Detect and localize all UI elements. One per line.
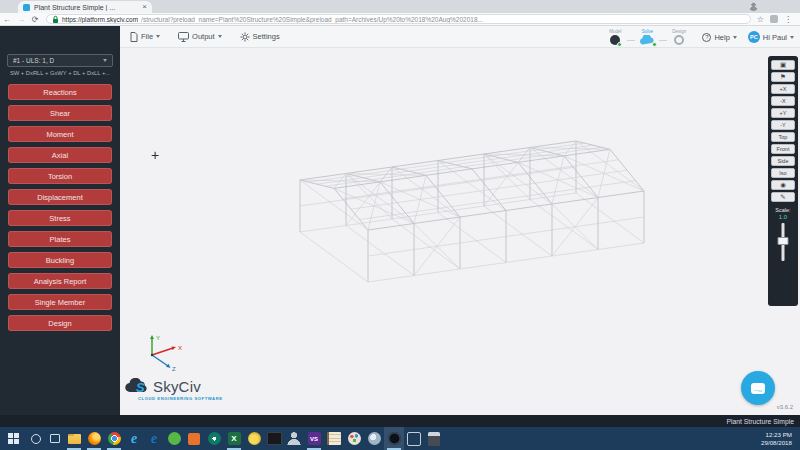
sidebar-button[interactable]: Reactions bbox=[8, 84, 112, 100]
back-icon[interactable]: ← bbox=[0, 14, 14, 25]
view-button[interactable]: -Y bbox=[771, 120, 795, 130]
taskbar-icon-cloud-app[interactable] bbox=[364, 427, 384, 450]
skyciv-favicon-icon bbox=[23, 4, 30, 11]
avatar: PC bbox=[748, 31, 760, 43]
taskbar-icon-calculator[interactable] bbox=[424, 427, 444, 450]
taskbar-icon-excel[interactable]: X bbox=[224, 427, 244, 450]
model-status[interactable]: Model bbox=[603, 29, 627, 46]
model-canvas[interactable]: + Y X Z S SkyCiv CLOUD ENGINEERING SOFTW… bbox=[120, 48, 800, 415]
view-button[interactable]: Top bbox=[771, 132, 795, 142]
sidebar-button[interactable]: Analysis Report bbox=[8, 273, 112, 289]
result-buttons: ReactionsShearMomentAxialTorsionDisplace… bbox=[8, 84, 112, 331]
taskbar-icon-firefox[interactable] bbox=[84, 427, 104, 450]
taskbar-icons: eeXVS bbox=[64, 427, 444, 450]
view-button[interactable]: +Y bbox=[771, 108, 795, 118]
forward-icon[interactable]: → bbox=[14, 14, 28, 25]
chat-bubble-icon bbox=[751, 383, 765, 394]
results-sidebar: #1 - ULS: 1, D SW + DxRLL + GxWY + DL + … bbox=[0, 26, 120, 415]
task-view-button[interactable] bbox=[46, 427, 64, 450]
task-view-icon bbox=[50, 434, 60, 443]
menu-settings[interactable]: Settings bbox=[240, 32, 280, 42]
app-footer: Plant Structure Simple bbox=[0, 415, 800, 427]
browser-toolbar: ← → ⟳ https://platform.skyciv.com/struct… bbox=[0, 13, 800, 26]
menu-output[interactable]: Output bbox=[178, 32, 222, 42]
sidebar-button[interactable]: Axial bbox=[8, 147, 112, 163]
reload-icon[interactable]: ⟳ bbox=[28, 14, 42, 25]
address-bar[interactable]: https://platform.skyciv.com/structural?p… bbox=[46, 14, 751, 24]
taskbar-icon-file-explorer[interactable] bbox=[64, 427, 84, 450]
sidebar-button[interactable]: Buckling bbox=[8, 252, 112, 268]
url-path: /structural?preload_name=Plant%20Structu… bbox=[141, 16, 483, 23]
sidebar-button[interactable]: Plates bbox=[8, 231, 112, 247]
start-button[interactable] bbox=[0, 427, 26, 450]
solve-status[interactable]: Solve bbox=[635, 29, 659, 46]
browser-profile-icon[interactable] bbox=[749, 2, 758, 11]
sidebar-button[interactable]: Stress bbox=[8, 210, 112, 226]
taskbar-clock[interactable]: 12:23 PM 29/08/2018 bbox=[761, 427, 792, 450]
view-button[interactable]: -X bbox=[771, 96, 795, 106]
cortana-icon bbox=[31, 434, 41, 444]
slider-thumb[interactable] bbox=[778, 237, 789, 245]
caret-down-icon bbox=[733, 36, 737, 39]
monitor-icon bbox=[178, 32, 189, 42]
flag-view-button[interactable]: ⚑ bbox=[771, 72, 795, 82]
skyciv-logo: S SkyCiv CLOUD ENGINEERING SOFTWARE bbox=[125, 378, 223, 401]
sidebar-button[interactable]: Single Member bbox=[8, 294, 112, 310]
menu-help[interactable]: ? Help bbox=[702, 33, 736, 42]
cortana-button[interactable] bbox=[26, 427, 46, 450]
brand-tagline: CLOUD ENGINEERING SOFTWARE bbox=[138, 396, 223, 401]
svg-text:Y: Y bbox=[156, 335, 160, 341]
extension-icon[interactable] bbox=[770, 15, 778, 23]
load-combo-equation: SW + DxRLL + GxWY + DL + DxLL +... bbox=[2, 70, 118, 76]
fit-view-button[interactable]: ▣ bbox=[771, 60, 795, 70]
taskbar-icon-orange-app[interactable] bbox=[184, 427, 204, 450]
browser-menu-icon[interactable]: ⋮ bbox=[784, 15, 792, 24]
close-tab-icon[interactable]: × bbox=[142, 3, 147, 11]
menu-file[interactable]: File bbox=[130, 32, 160, 42]
brand-name: SkyCiv bbox=[153, 378, 201, 395]
view-button[interactable]: Iso bbox=[771, 168, 795, 178]
sidebar-button[interactable]: Moment bbox=[8, 126, 112, 142]
caret-down-icon bbox=[156, 35, 160, 38]
clock-date: 29/08/2018 bbox=[761, 439, 792, 447]
view-button[interactable]: Side bbox=[771, 156, 795, 166]
taskbar-icon-edge[interactable]: e bbox=[144, 427, 164, 450]
taskbar-icon-internet-explorer[interactable]: e bbox=[124, 427, 144, 450]
caret-down-icon bbox=[103, 59, 107, 62]
skyciv-cloud-icon: S bbox=[125, 378, 151, 395]
screenshot-button[interactable]: ◉ bbox=[771, 180, 795, 190]
design-status[interactable]: Design bbox=[667, 29, 691, 46]
taskbar-icon-green-app[interactable] bbox=[164, 427, 184, 450]
annotate-button[interactable]: ✎ bbox=[771, 192, 795, 202]
taskbar-icon-dark-green-app[interactable] bbox=[204, 427, 224, 450]
tab-title: Plant Structure Simple | ... bbox=[34, 4, 138, 11]
app-version: v3.6.2 bbox=[777, 404, 793, 410]
view-direction-buttons: +X-X+Y-YTopFrontSideIso bbox=[771, 84, 795, 178]
taskbar-icon-palette-app[interactable] bbox=[344, 427, 364, 450]
sidebar-button[interactable]: Design bbox=[8, 315, 112, 331]
browser-tab[interactable]: Plant Structure Simple | ... × bbox=[18, 1, 152, 13]
bookmark-star-icon[interactable]: ☆ bbox=[757, 15, 764, 24]
scale-slider[interactable] bbox=[771, 223, 795, 263]
sidebar-button[interactable]: Displacement bbox=[8, 189, 112, 205]
check-badge-icon bbox=[617, 42, 622, 47]
sidebar-button[interactable]: Torsion bbox=[8, 168, 112, 184]
sidebar-button[interactable]: Shear bbox=[8, 105, 112, 121]
user-menu[interactable]: PC Hi Paul bbox=[748, 31, 794, 43]
view-button[interactable]: +X bbox=[771, 84, 795, 94]
load-combo-select[interactable]: #1 - ULS: 1, D bbox=[7, 54, 113, 67]
load-combo-value: #1 - ULS: 1, D bbox=[13, 57, 54, 64]
view-button[interactable]: Front bbox=[771, 144, 795, 154]
browser-tab-strip: Plant Structure Simple | ... × bbox=[0, 0, 800, 13]
taskbar-icon-yellow-app[interactable] bbox=[244, 427, 264, 450]
taskbar-icon-active-app[interactable] bbox=[384, 427, 404, 450]
taskbar-icon-visual-studio[interactable]: VS bbox=[304, 427, 324, 450]
app-menubar: File Output Settings Model Solve bbox=[120, 26, 800, 48]
taskbar-icon-terminal[interactable] bbox=[264, 427, 284, 450]
taskbar-icon-square-app[interactable] bbox=[404, 427, 424, 450]
taskbar-icon-chrome[interactable] bbox=[104, 427, 124, 450]
taskbar-icon-contacts-app[interactable] bbox=[284, 427, 304, 450]
taskbar-icon-notebook-app[interactable] bbox=[324, 427, 344, 450]
chat-support-button[interactable] bbox=[741, 371, 775, 405]
step-connector bbox=[659, 40, 667, 41]
